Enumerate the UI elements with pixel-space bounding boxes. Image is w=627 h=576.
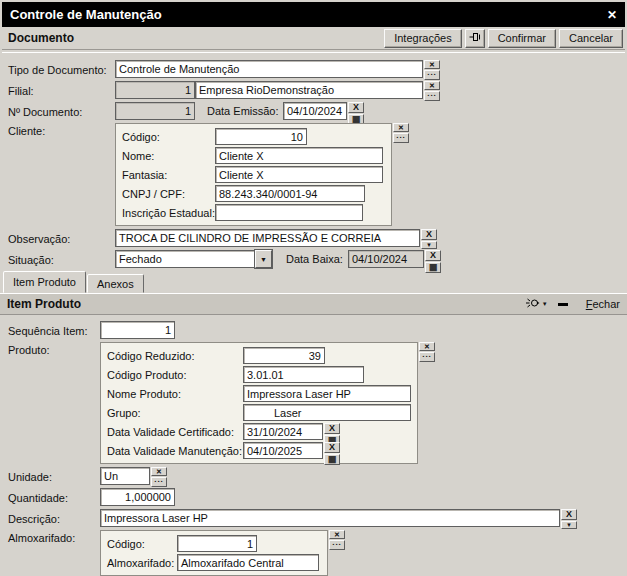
validade-manutencao-row: Data Validade Manutenção: 04/10/2025 X ▦ [107, 442, 411, 459]
numero-documento-field[interactable]: 1 [115, 102, 195, 120]
cliente-fantasia-row: Fantasia: Cliente X [122, 166, 385, 183]
fechar-button[interactable]: Fechar [586, 298, 620, 310]
observacao-label: Observação: [8, 231, 115, 245]
cliente-buttons: ✕ ... [393, 123, 409, 141]
data-emissao-buttons: X ▦ [348, 102, 364, 120]
almoxarifado-nome-field[interactable]: Almoxarifado Central [177, 554, 319, 571]
tipo-documento-buttons: ✕ ... [424, 60, 440, 78]
controle-manutencao-window: Controle de Manutenção ✕ Documento Integ… [0, 0, 627, 576]
calendar-icon: ▦ [429, 263, 438, 272]
cliente-fantasia-field[interactable]: Cliente X [215, 166, 383, 183]
cliente-group: Código: 10 Nome: Cliente X Fantasia: Cli… [115, 123, 392, 226]
filial-buttons: ✕ ... [424, 81, 440, 99]
light-icon [525, 297, 540, 311]
clear-date-button[interactable]: X [348, 102, 364, 113]
unidade-buttons: ✕ ... [151, 467, 167, 485]
cliente-cnpj-row: CNPJ / CPF: 88.243.340/0001-94 [122, 185, 385, 202]
grupo-field[interactable]: Laser [243, 404, 411, 421]
close-icon[interactable]: ✕ [607, 9, 617, 21]
filial-code-field[interactable]: 1 [115, 81, 195, 99]
fechar-label-rest: echar [592, 298, 620, 310]
cliente-nome-label: Nome: [122, 150, 215, 162]
highlight-button[interactable]: ▼ [523, 296, 550, 312]
cliente-codigo-field[interactable]: 10 [215, 128, 307, 145]
grupo-row: Grupo: Laser [107, 404, 411, 421]
item-produto-header-controls: ▼ Fechar [523, 296, 620, 312]
grupo-label: Grupo: [107, 407, 243, 419]
lookup-button[interactable]: ... [419, 352, 435, 362]
cliente-nome-field[interactable]: Cliente X [215, 147, 383, 164]
collapse-button[interactable] [556, 302, 570, 307]
tab-anexos-label: Anexos [97, 278, 134, 290]
data-baixa-field[interactable]: 04/10/2024 [348, 250, 424, 268]
pin-button[interactable] [465, 29, 485, 48]
produto-label: Produto: [8, 342, 100, 356]
codigo-produto-field[interactable]: 3.01.01 [243, 366, 364, 383]
integracoes-button[interactable]: Integrações [384, 29, 461, 48]
unidade-field[interactable]: Un [100, 467, 150, 485]
clear-date-button[interactable]: X [425, 250, 441, 261]
situacao-dropdown-button[interactable]: ▼ [255, 250, 272, 268]
situacao-value: Fechado [115, 250, 255, 268]
validade-certificado-field[interactable]: 31/10/2024 [243, 423, 323, 440]
quantidade-label: Quantidade: [8, 490, 100, 504]
lookup-button[interactable]: ... [424, 91, 440, 101]
validade-certificado-row: Data Validade Certificado: 31/10/2024 X … [107, 423, 411, 440]
calendar-button[interactable]: ▦ [425, 262, 441, 273]
expand-button[interactable]: ▼ [421, 241, 437, 249]
numero-documento-label: Nº Documento: [8, 104, 115, 118]
tab-anexos[interactable]: Anexos [87, 274, 144, 293]
clear-x-icon: ✕ [424, 343, 430, 350]
clear-x-icon: X [353, 103, 359, 112]
lookup-button[interactable]: ... [393, 133, 409, 143]
expand-button[interactable]: ▼ [561, 521, 577, 529]
situacao-combobox[interactable]: Fechado ▼ [115, 250, 272, 268]
lookup-button[interactable]: ... [424, 70, 440, 80]
observacao-field[interactable]: TROCA DE CILINDRO DE IMPRESSÃO E CORREIA [115, 229, 420, 247]
item-produto-title: Item Produto [7, 297, 81, 311]
almoxarifado-codigo-field[interactable]: 1 [177, 535, 257, 552]
clear-date-button[interactable]: X [324, 423, 340, 434]
filial-label: Filial: [8, 83, 115, 97]
ellipsis-icon: ... [422, 351, 432, 359]
cliente-cnpj-field[interactable]: 88.243.340/0001-94 [215, 185, 365, 202]
clear-x-icon: X [426, 230, 432, 239]
situacao-label: Situação: [8, 252, 115, 266]
window-title: Controle de Manutenção [10, 7, 162, 22]
detail-tabs: Item Produto Anexos [0, 271, 627, 293]
sequencia-item-field[interactable]: 1 [100, 321, 175, 339]
filial-name-field[interactable]: Empresa RioDemonstração [195, 81, 423, 99]
lookup-button[interactable]: ... [151, 477, 167, 487]
observacao-buttons: X ▼ [421, 229, 437, 247]
confirmar-button[interactable]: Confirmar [488, 29, 556, 48]
minus-icon [558, 303, 568, 306]
ellipsis-icon: ... [332, 539, 342, 547]
validade-manutencao-field[interactable]: 04/10/2025 [243, 442, 323, 459]
tipo-documento-field[interactable]: Controle de Manutenção [115, 60, 423, 78]
unidade-row: Unidade: Un ✕ ... [8, 467, 627, 485]
validade-manutencao-label: Data Validade Manutenção: [107, 445, 243, 457]
descricao-field[interactable]: Impressora Laser HP [100, 509, 560, 527]
clear-date-button[interactable]: X [324, 442, 340, 453]
cliente-nome-row: Nome: Cliente X [122, 147, 385, 164]
observacao-row: Observação: TROCA DE CILINDRO DE IMPRESS… [8, 229, 627, 247]
nome-produto-field[interactable]: Impressora Laser HP [243, 385, 411, 402]
calendar-button[interactable]: ▦ [324, 454, 340, 465]
cancelar-button[interactable]: Cancelar [559, 29, 623, 48]
ellipsis-icon: ... [154, 476, 164, 484]
almoxarifado-codigo-label: Código: [107, 538, 177, 550]
clear-date-button[interactable]: X [421, 229, 437, 240]
data-emissao-field[interactable]: 04/10/2024 [283, 102, 347, 120]
validade-certificado-label: Data Validade Certificado: [107, 426, 243, 438]
codigo-reduzido-field[interactable]: 39 [243, 347, 325, 364]
situacao-row: Situação: Fechado ▼ Data Baixa: 04/10/20… [8, 250, 627, 268]
unidade-label: Unidade: [8, 469, 100, 483]
section-title-documento: Documento [8, 31, 74, 45]
nome-produto-row: Nome Produto: Impressora Laser HP [107, 385, 411, 402]
cliente-inscricao-field[interactable] [215, 204, 363, 221]
quantidade-field[interactable]: 1,000000 [100, 488, 175, 506]
document-form: Tipo de Documento: Controle de Manutençã… [0, 53, 627, 268]
tab-item-produto[interactable]: Item Produto [3, 271, 86, 293]
lookup-button[interactable]: ... [329, 540, 345, 550]
clear-date-button[interactable]: X [561, 509, 577, 520]
